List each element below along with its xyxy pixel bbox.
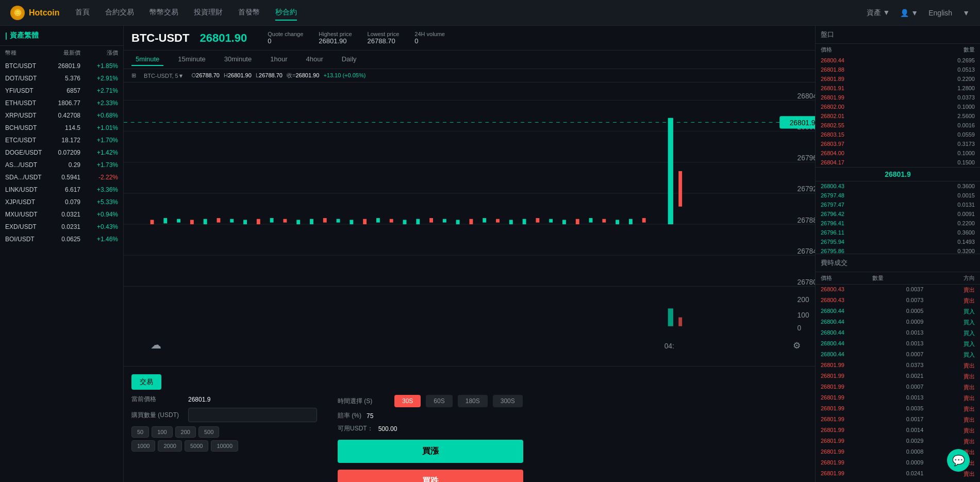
assets-link[interactable]: 資產 ▼ <box>867 8 890 18</box>
coin-row[interactable]: LINK/USDT 6.617 +3.36% <box>0 184 123 196</box>
bid-row[interactable]: 26796.42 0.0091 <box>816 209 980 219</box>
quick-amounts-row2: 1000 2000 5000 10000 <box>131 440 317 452</box>
tab-30min[interactable]: 30minute <box>220 53 256 66</box>
ask-row[interactable]: 26801.91 1.2800 <box>816 84 980 93</box>
coin-row[interactable]: BOI/USDT 0.0625 +1.46% <box>0 233 123 245</box>
buy-fall-button[interactable]: 買跌 <box>338 470 523 482</box>
ask-row[interactable]: 26804.17 0.1500 <box>816 158 980 167</box>
svg-rect-28 <box>296 220 300 224</box>
ask-row[interactable]: 26801.89 0.2200 <box>816 74 980 84</box>
ask-price: 26802.00 <box>821 104 898 110</box>
coin-row[interactable]: XJP/USDT 0.079 +5.33% <box>0 196 123 208</box>
coin-row[interactable]: MXU/USDT 0.0321 +0.94% <box>0 208 123 221</box>
tab-4h[interactable]: 4hour <box>302 53 327 66</box>
coin-row[interactable]: YFI/USDT 6857 +2.71% <box>0 85 123 97</box>
coin-name: ETH/USDT <box>5 99 43 107</box>
svg-rect-41 <box>470 219 473 224</box>
bid-row[interactable]: 26797.47 0.0131 <box>816 200 980 209</box>
chat-button[interactable]: 💬 <box>947 449 970 472</box>
nav-launchpad[interactable]: 首發幣 <box>238 5 260 21</box>
trade-dir: 賣出 <box>923 362 975 370</box>
time-300s[interactable]: 300S <box>493 395 523 407</box>
coin-row[interactable]: XRP/USDT 0.42708 +0.68% <box>0 109 123 122</box>
available-label: 可用USDT： <box>338 424 373 433</box>
svg-text:26792.00: 26792.00 <box>798 185 815 193</box>
coin-change: +1.73% <box>80 161 118 169</box>
tab-15min[interactable]: 15minute <box>174 53 209 66</box>
quick-100[interactable]: 100 <box>152 426 172 438</box>
coin-price: 0.079 <box>43 198 80 206</box>
bid-row[interactable]: 26800.43 0.3600 <box>816 181 980 191</box>
svg-rect-37 <box>416 219 420 224</box>
bid-price: 26800.43 <box>821 183 898 189</box>
buy-qty-row: 購買數量 (USDT) <box>131 408 317 422</box>
tab-5min[interactable]: 5minute <box>131 53 163 66</box>
nav-second-contract[interactable]: 秒合約 <box>275 5 297 21</box>
tab-1h[interactable]: 1hour <box>266 53 291 66</box>
tab-daily[interactable]: Daily <box>338 53 361 66</box>
coin-row[interactable]: DOT/USDT 5.376 +2.91% <box>0 72 123 85</box>
nav-home[interactable]: 首頁 <box>75 5 90 21</box>
nav-spot[interactable]: 幣幣交易 <box>150 5 178 21</box>
quick-10000[interactable]: 10000 <box>211 440 238 452</box>
ask-row[interactable]: 26804.00 0.1000 <box>816 148 980 158</box>
ask-row[interactable]: 26802.55 0.0016 <box>816 121 980 130</box>
coin-row[interactable]: EXD/USDT 0.0231 +0.43% <box>0 221 123 233</box>
time-30s[interactable]: 30S <box>394 395 421 407</box>
time-60s[interactable]: 60S <box>426 395 452 407</box>
bid-row[interactable]: 26796.41 0.2200 <box>816 219 980 228</box>
bid-row[interactable]: 26796.11 0.3600 <box>816 228 980 237</box>
ask-row[interactable]: 26800.44 0.2695 <box>816 56 980 65</box>
trade-dir: 賣出 <box>923 405 975 413</box>
header-stats: Quote change 0 Highest price 26801.90 Lo… <box>268 31 445 45</box>
trade-qty: 0.0035 <box>872 405 924 413</box>
coin-change: +0.94% <box>80 211 118 218</box>
time-180s[interactable]: 180S <box>458 395 488 407</box>
buy-qty-label: 購買數量 (USDT) <box>131 411 183 420</box>
bid-price: 26797.48 <box>821 192 898 198</box>
quick-200[interactable]: 200 <box>175 426 196 438</box>
buy-qty-input[interactable] <box>188 408 317 422</box>
bid-row[interactable]: 26795.94 0.1493 <box>816 237 980 246</box>
svg-text:26784.00: 26784.00 <box>798 247 815 255</box>
top-navigation: 🪙 Hotcoin 首頁 合約交易 幣幣交易 投資理財 首發幣 秒合約 資產 ▼… <box>0 0 980 26</box>
chart-expand-icon[interactable]: ⊞ <box>131 72 136 79</box>
ask-row[interactable]: 26803.97 0.3173 <box>816 139 980 148</box>
ask-row[interactable]: 26801.99 0.0373 <box>816 93 980 102</box>
logo[interactable]: 🪙 Hotcoin <box>10 6 60 20</box>
coin-row[interactable]: DOGE/USDT 0.07209 +1.42% <box>0 146 123 159</box>
coin-price: 0.29 <box>43 161 80 169</box>
svg-text:⚙: ⚙ <box>793 340 801 351</box>
buy-rise-button[interactable]: 買漲 <box>338 440 523 463</box>
quick-50[interactable]: 50 <box>131 426 149 438</box>
svg-rect-45 <box>523 219 526 224</box>
ask-price: 26801.91 <box>821 85 898 91</box>
quick-1000[interactable]: 1000 <box>131 440 155 452</box>
ask-qty: 0.0559 <box>898 131 975 138</box>
bid-row[interactable]: 26795.86 0.3200 <box>816 246 980 254</box>
coin-row[interactable]: BTC/USDT 26801.9 +1.85% <box>0 60 123 72</box>
svg-text:26804.00: 26804.00 <box>798 92 815 100</box>
ask-row[interactable]: 26802.01 2.5600 <box>816 111 980 121</box>
coin-row[interactable]: AS.../USDT 0.29 +1.73% <box>0 159 123 171</box>
quick-2000[interactable]: 2000 <box>158 440 181 452</box>
language-selector[interactable]: English <box>928 9 952 17</box>
bid-row[interactable]: 26797.48 0.0015 <box>816 191 980 200</box>
coin-row[interactable]: BCH/USDT 114.5 +1.01% <box>0 122 123 134</box>
user-icon[interactable]: 👤 ▼ <box>900 9 918 17</box>
ask-row[interactable]: 26803.15 0.0559 <box>816 130 980 139</box>
ask-qty: 0.2200 <box>898 76 975 82</box>
ask-row[interactable]: 26802.00 0.1000 <box>816 102 980 111</box>
coin-row[interactable]: ETH/USDT 1806.77 +2.33% <box>0 97 123 109</box>
quick-5000[interactable]: 5000 <box>185 440 208 452</box>
trade-qty: 0.0241 <box>872 470 924 478</box>
trading-tab[interactable]: 交易 <box>131 374 161 390</box>
nav-contract[interactable]: 合約交易 <box>105 5 134 21</box>
quick-500[interactable]: 500 <box>198 426 219 438</box>
ask-row[interactable]: 26801.88 0.0513 <box>816 65 980 74</box>
coin-row[interactable]: SDA.../USDT 0.5941 -2.22% <box>0 171 123 184</box>
nav-finance[interactable]: 投資理財 <box>194 5 223 21</box>
coin-row[interactable]: ETC/USDT 18.172 +1.70% <box>0 134 123 146</box>
ask-price: 26803.97 <box>821 141 898 147</box>
coin-price: 18.172 <box>43 137 80 144</box>
